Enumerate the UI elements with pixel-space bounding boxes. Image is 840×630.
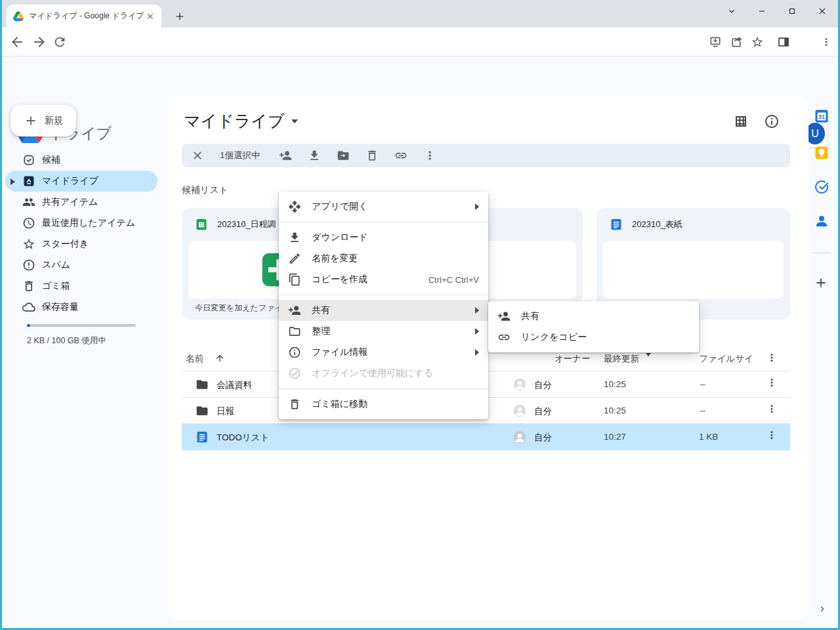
selection-count: 1個選択中 <box>220 150 261 161</box>
side-panel-icon[interactable] <box>777 35 790 49</box>
share-person-add-icon <box>497 310 511 323</box>
modified-time: 10:25 <box>604 406 626 415</box>
new-tab-button[interactable] <box>171 7 189 26</box>
cloud-icon <box>22 301 35 314</box>
window-maximize-icon[interactable] <box>777 0 807 22</box>
modified-time: 10:25 <box>604 379 626 389</box>
expand-panel-chevron-icon[interactable] <box>817 604 828 614</box>
bookmark-star-icon[interactable] <box>751 35 764 49</box>
storage-usage-text: 2 KB / 100 GB 使用中 <box>27 335 106 346</box>
menu-item-move-to-trash[interactable]: ゴミ箱に移動 <box>279 394 488 415</box>
folder-outline-icon <box>288 325 301 338</box>
file-size: – <box>700 406 705 415</box>
move-to-folder-icon[interactable] <box>337 149 350 162</box>
tab-title: マイドライブ - Google ドライブ <box>29 10 146 22</box>
sort-ascending-arrow-icon[interactable] <box>215 353 225 364</box>
copy-link-icon[interactable] <box>394 149 408 162</box>
clear-selection-icon[interactable] <box>191 149 204 162</box>
window-close-icon[interactable] <box>807 0 837 22</box>
context-menu: アプリで開く ダウンロード 名前を変更 コピーを作成 Ctrl+C Ctrl+V… <box>279 192 488 419</box>
suggestions-label: 候補リスト <box>182 184 228 196</box>
star-icon <box>22 238 35 251</box>
submenu-arrow-icon <box>475 307 479 314</box>
window-menu-chevron-icon[interactable] <box>717 0 747 22</box>
owner-avatar <box>513 404 526 417</box>
table-row-selected[interactable]: TODOリスト 自分 10:27 1 KB <box>182 424 790 450</box>
submenu-arrow-icon <box>475 203 479 210</box>
submenu-item-copy-link[interactable]: リンクをコピー <box>488 327 699 348</box>
grid-view-icon[interactable] <box>733 114 749 129</box>
drive-header: ドライブ ドライブで検索 ECCS Cloud Mail Information… <box>0 56 840 96</box>
forward-icon[interactable] <box>32 34 47 50</box>
menu-item-organize[interactable]: 整理 <box>279 321 488 342</box>
copy-icon <box>288 273 301 286</box>
sidebar-item-starred[interactable]: スター付き <box>5 234 158 255</box>
sidebar-item-trash[interactable]: ゴミ箱 <box>5 276 158 297</box>
browser-menu-kebab-icon[interactable] <box>820 36 832 48</box>
sidebar-item-spam[interactable]: スパム <box>5 255 158 276</box>
page-title-row[interactable]: マイドライブ <box>184 110 298 132</box>
sidebar-item-storage[interactable]: 保存容量 <box>5 297 158 318</box>
menu-divider <box>279 222 488 222</box>
share-person-add-icon[interactable] <box>279 149 292 162</box>
column-size[interactable]: ファイルサイ <box>699 353 753 365</box>
keep-notes-icon[interactable] <box>814 145 830 161</box>
sidebar-item-my-drive[interactable]: マイドライブ <box>5 171 158 192</box>
calendar-icon[interactable]: 31 <box>814 108 830 124</box>
drive-favicon-icon <box>13 11 24 22</box>
expand-arrow-icon[interactable] <box>10 178 15 185</box>
submenu-arrow-icon <box>475 349 479 356</box>
sheets-file-icon <box>195 218 208 231</box>
table-options-kebab-icon[interactable] <box>766 352 778 364</box>
sidebar-nav: 候補 マイドライブ 共有アイテム 最近使用したアイテム スター付き スパム ゴミ… <box>5 150 158 318</box>
submenu-item-share[interactable]: 共有 <box>488 306 699 327</box>
download-icon <box>288 231 301 244</box>
storage-progress-bar <box>27 324 136 327</box>
menu-item-make-copy[interactable]: コピーを作成 Ctrl+C Ctrl+V <box>279 269 488 290</box>
folder-icon <box>196 404 209 417</box>
share-page-icon[interactable] <box>730 35 743 49</box>
contacts-icon[interactable] <box>814 213 830 229</box>
menu-item-open-with[interactable]: アプリで開く <box>279 196 488 217</box>
get-add-ons-plus-icon[interactable] <box>814 276 828 290</box>
card-title: 202310_日程調 <box>217 219 276 230</box>
suggestions-check-icon <box>22 154 35 167</box>
new-button[interactable]: 新規 <box>10 105 76 136</box>
install-app-icon[interactable] <box>709 35 722 49</box>
window-minimize-icon[interactable] <box>747 0 777 22</box>
owner-name: 自分 <box>534 406 552 417</box>
more-actions-kebab-icon[interactable] <box>423 149 436 162</box>
trash-icon[interactable] <box>366 149 379 162</box>
menu-item-rename[interactable]: 名前を変更 <box>279 248 488 269</box>
row-actions-kebab-icon[interactable] <box>766 429 778 441</box>
tasks-icon[interactable] <box>814 179 830 195</box>
row-actions-kebab-icon[interactable] <box>766 377 778 388</box>
menu-item-offline: オフラインで使用可能にする <box>279 363 488 384</box>
page-title: マイドライブ <box>184 110 285 132</box>
column-modified[interactable]: 最終更新 <box>604 353 639 365</box>
row-actions-kebab-icon[interactable] <box>766 403 778 415</box>
browser-tab[interactable]: マイドライブ - Google ドライブ <box>7 5 161 28</box>
column-owner[interactable]: オーナー <box>555 353 591 365</box>
docs-file-icon <box>196 430 209 444</box>
tab-close-icon[interactable] <box>146 12 155 21</box>
file-name: 日報 <box>217 406 234 417</box>
details-info-icon[interactable] <box>764 114 780 129</box>
download-icon[interactable] <box>308 149 321 162</box>
menu-divider <box>279 388 488 389</box>
back-icon[interactable] <box>9 34 25 50</box>
reload-icon[interactable] <box>52 35 67 49</box>
owner-avatar <box>513 430 526 444</box>
file-size: 1 KB <box>699 432 718 442</box>
sort-caret-icon <box>646 353 651 356</box>
menu-item-file-info[interactable]: ファイル情報 <box>279 342 488 363</box>
menu-item-download[interactable]: ダウンロード <box>279 227 488 248</box>
info-icon <box>288 346 301 359</box>
menu-item-share[interactable]: 共有 <box>279 300 488 321</box>
browser-window: マイドライブ - Google ドライブ drive.google.com/dr… <box>0 0 840 630</box>
sidebar-item-recent[interactable]: 最近使用したアイテム <box>5 213 158 234</box>
sidebar-item-shared[interactable]: 共有アイテム <box>5 192 158 213</box>
column-name[interactable]: 名前 <box>186 353 203 365</box>
sidebar-item-suggestions[interactable]: 候補 <box>5 150 158 171</box>
menu-shortcut: Ctrl+C Ctrl+V <box>429 275 479 285</box>
